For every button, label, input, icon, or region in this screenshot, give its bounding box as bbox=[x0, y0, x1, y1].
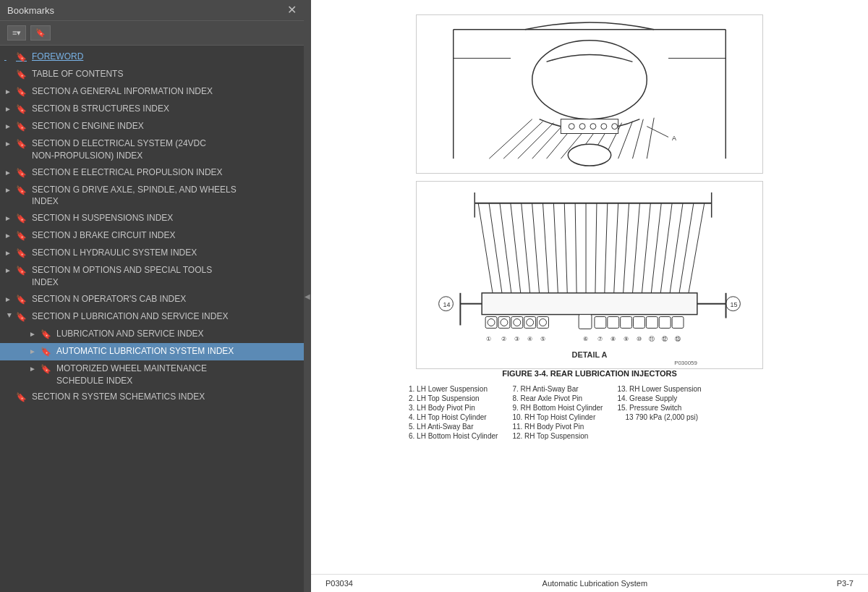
svg-rect-80 bbox=[595, 317, 606, 329]
part-9: 9. RH Bottom Hoist Cylinder bbox=[512, 404, 603, 412]
expand-arrow-sec-n: ► bbox=[4, 295, 14, 305]
bookmark-icon-sec-r: 🔖 bbox=[16, 392, 27, 404]
part-3: 3. LH Body Pivot Pin bbox=[409, 404, 498, 412]
svg-point-24 bbox=[590, 124, 596, 130]
bookmark-sec-m[interactable]: ► 🔖 SECTION M OPTIONS AND SPECIAL TOOLSI… bbox=[0, 262, 304, 291]
bookmark-sec-j[interactable]: ► 🔖 SECTION J BRAKE CIRCUIT INDEX bbox=[0, 227, 304, 245]
bookmark-label-sec-e: SECTION E ELECTRICAL PROPULSION INDEX bbox=[32, 166, 298, 179]
bookmark-label-toc: TABLE OF CONTENTS bbox=[32, 68, 298, 80]
bookmark-icon-sec-p-sub1: 🔖 bbox=[41, 329, 52, 341]
expand-arrow-sec-r bbox=[4, 392, 14, 402]
expand-arrow-sec-p-sub3: ► bbox=[29, 364, 39, 374]
bookmark-icon-sec-g: 🔖 bbox=[16, 185, 27, 197]
svg-text:⑪: ⑪ bbox=[649, 336, 655, 342]
expand-arrow-sec-m: ► bbox=[4, 266, 14, 276]
parts-col-middle: 7. RH Anti-Sway Bar 8. Rear Axle Pivot P… bbox=[512, 385, 603, 440]
bookmark-sec-l[interactable]: ► 🔖 SECTION L HYDRAULIC SYSTEM INDEX bbox=[0, 245, 304, 262]
parts-col-right: 13. RH Lower Suspension 14. Grease Suppl… bbox=[617, 385, 701, 440]
bookmark-sec-a[interactable]: ► 🔖 SECTION A GENERAL INFORMATION INDEX bbox=[0, 83, 304, 101]
part-1: 1. LH Lower Suspension bbox=[409, 385, 498, 393]
close-button[interactable]: ✕ bbox=[287, 4, 297, 16]
footer-right: P3-7 bbox=[837, 579, 854, 588]
bookmark-icon-sec-p-sub3: 🔖 bbox=[41, 363, 52, 376]
svg-rect-84 bbox=[621, 317, 632, 329]
bookmark-sec-c[interactable]: ► 🔖 SECTION C ENGINE INDEX bbox=[0, 118, 304, 135]
bookmark-label-sec-l: SECTION L HYDRAULIC SYSTEM INDEX bbox=[32, 247, 298, 259]
svg-text:⑤: ⑤ bbox=[540, 336, 545, 342]
bookmark-icon-toc: 🔖 bbox=[16, 69, 27, 81]
bookmark-icon-sec-e: 🔖 bbox=[16, 167, 27, 179]
bookmark-label-sec-r: SECTION R SYSTEM SCHEMATICS INDEX bbox=[32, 391, 298, 403]
part-11: 11. RH Body Pivot Pin bbox=[512, 423, 603, 431]
bookmark-sec-r[interactable]: 🔖 SECTION R SYSTEM SCHEMATICS INDEX bbox=[0, 389, 304, 406]
expand-arrow-sec-c: ► bbox=[4, 122, 14, 132]
svg-rect-86 bbox=[634, 317, 645, 329]
figure-top: A bbox=[416, 14, 763, 174]
bookmark-icon-sec-m: 🔖 bbox=[16, 265, 27, 277]
figure-bottom-svg: 14 15 bbox=[417, 182, 762, 368]
part-2: 2. LH Top Suspension bbox=[409, 394, 498, 402]
bookmark-label-sec-b: SECTION B STRUCTURES INDEX bbox=[32, 103, 298, 115]
svg-point-23 bbox=[579, 124, 585, 130]
footer-left: P03034 bbox=[326, 579, 353, 588]
parts-col-left: 1. LH Lower Suspension 2. LH Top Suspens… bbox=[409, 385, 498, 440]
bookmark-sec-p[interactable]: ► 🔖 SECTION P LUBRICATION AND SERVICE IN… bbox=[0, 308, 304, 326]
figure-bottom: 14 15 bbox=[416, 181, 763, 369]
svg-point-22 bbox=[569, 124, 574, 130]
bookmark-label-sec-p: SECTION P LUBRICATION AND SERVICE INDEX bbox=[32, 310, 298, 323]
svg-point-25 bbox=[601, 124, 607, 130]
svg-point-27 bbox=[568, 144, 610, 166]
part-15: 15. Pressure Switch bbox=[617, 404, 701, 412]
svg-text:③: ③ bbox=[514, 336, 519, 342]
bookmark-label-sec-m: SECTION M OPTIONS AND SPECIAL TOOLSINDEX bbox=[32, 264, 298, 289]
expand-arrow-sec-j: ► bbox=[4, 231, 14, 241]
bookmark-sec-p-sub2[interactable]: ► 🔖 AUTOMATIC LUBRICATION SYSTEM INDEX bbox=[0, 343, 304, 360]
expand-arrow-sec-p-sub1: ► bbox=[29, 329, 39, 339]
toolbar-bookmark-button[interactable]: 🔖 bbox=[30, 25, 51, 41]
bookmark-sec-g[interactable]: ► 🔖 SECTION G DRIVE AXLE, SPINDLE, AND W… bbox=[0, 182, 304, 211]
bookmark-label-sec-j: SECTION J BRAKE CIRCUIT INDEX bbox=[32, 229, 298, 242]
bookmark-sec-p-sub1[interactable]: ► 🔖 LUBRICATION AND SERVICE INDEX bbox=[0, 326, 304, 343]
svg-text:P030059: P030059 bbox=[674, 360, 697, 366]
expand-arrow-sec-d: ► bbox=[4, 139, 14, 149]
expand-arrow-sec-e: ► bbox=[4, 168, 14, 178]
bookmark-sec-h[interactable]: ► 🔖 SECTION H SUSPENSIONS INDEX bbox=[0, 210, 304, 227]
svg-point-64 bbox=[488, 319, 495, 326]
document-footer: P03034 Automatic Lubrication System P3-7 bbox=[311, 574, 868, 592]
bookmark-toc[interactable]: 🔖 TABLE OF CONTENTS bbox=[0, 66, 304, 83]
bookmark-sec-e[interactable]: ► 🔖 SECTION E ELECTRICAL PROPULSION INDE… bbox=[0, 164, 304, 182]
svg-point-76 bbox=[540, 319, 547, 326]
resize-handle[interactable] bbox=[304, 0, 311, 592]
figure-top-svg: A bbox=[417, 15, 762, 173]
part-7: 7. RH Anti-Sway Bar bbox=[512, 385, 603, 393]
part-15-detail: 13 790 kPa (2,000 psi) bbox=[617, 413, 701, 421]
bookmark-foreword[interactable]: 🔖 FOREWORD bbox=[0, 48, 304, 66]
bookmark-icon-sec-l: 🔖 bbox=[16, 248, 27, 260]
part-6: 6. LH Bottom Hoist Cylinder bbox=[409, 432, 498, 440]
part-10: 10. RH Top Hoist Cylinder bbox=[512, 413, 603, 421]
bookmark-label-sec-p-sub1: LUBRICATION AND SERVICE INDEX bbox=[56, 328, 298, 340]
bookmarks-header: Bookmarks ✕ bbox=[0, 0, 304, 21]
svg-rect-28 bbox=[417, 182, 762, 368]
svg-text:15: 15 bbox=[730, 301, 737, 308]
bookmark-label-sec-p-sub3: MOTORIZED WHEEL MAINTENANCESCHEDULE INDE… bbox=[56, 363, 298, 387]
part-12: 12. RH Top Suspension bbox=[512, 432, 603, 440]
document-content: A 14 bbox=[311, 0, 868, 574]
bookmark-label-sec-a: SECTION A GENERAL INFORMATION INDEX bbox=[32, 85, 298, 98]
bookmark-label-sec-n: SECTION N OPERATOR'S CAB INDEX bbox=[32, 293, 298, 305]
footer-center: Automatic Lubrication System bbox=[542, 579, 648, 588]
bookmark-sec-b[interactable]: ► 🔖 SECTION B STRUCTURES INDEX bbox=[0, 101, 304, 118]
svg-rect-78 bbox=[579, 315, 592, 329]
part-5: 5. LH Anti-Sway Bar bbox=[409, 423, 498, 431]
svg-text:⑧: ⑧ bbox=[610, 336, 616, 342]
expand-arrow-foreword bbox=[4, 52, 14, 62]
svg-text:⑦: ⑦ bbox=[597, 336, 603, 342]
bookmark-sec-d[interactable]: ► 🔖 SECTION D ELECTRICAL SYSTEM (24VDCNO… bbox=[0, 135, 304, 164]
svg-text:⑨: ⑨ bbox=[624, 336, 629, 342]
svg-point-73 bbox=[527, 319, 534, 326]
bookmark-sec-p-sub3[interactable]: ► 🔖 MOTORIZED WHEEL MAINTENANCESCHEDULE … bbox=[0, 360, 304, 389]
figure-area: A 14 bbox=[333, 14, 846, 440]
toolbar-menu-button[interactable]: ≡▾ bbox=[7, 25, 26, 41]
bookmark-sec-n[interactable]: ► 🔖 SECTION N OPERATOR'S CAB INDEX bbox=[0, 291, 304, 308]
part-13: 13. RH Lower Suspension bbox=[617, 385, 701, 393]
